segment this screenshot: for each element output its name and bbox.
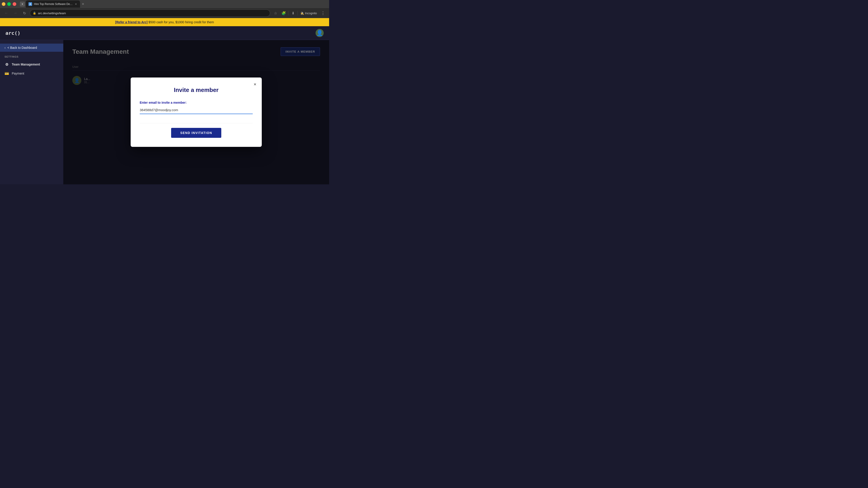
- referral-link[interactable]: [Refer a friend to Arc]: [115, 20, 148, 24]
- incognito-icon: 🕵: [301, 11, 304, 15]
- full-page: – □ × ▾ A Hire Top Remote Software Dev..…: [0, 0, 329, 184]
- team-management-icon: ⚙: [4, 62, 9, 67]
- sidebar-item-team[interactable]: ⚙ Team Management: [0, 60, 63, 69]
- address-input[interactable]: [38, 11, 267, 15]
- lock-icon: 🔒: [33, 11, 36, 15]
- bookmark-button[interactable]: ☆: [272, 9, 279, 17]
- banner-text: $500 cash for you, $1000 hiring credit f…: [148, 20, 214, 24]
- settings-section-label: SETTINGS: [0, 52, 63, 60]
- window-controls: – □ ×: [2, 2, 16, 6]
- main-area: Team Management INVITE A MEMBER User 👤 L…: [63, 40, 329, 184]
- reload-button[interactable]: ↻: [21, 9, 28, 17]
- modal-title: Invite a member: [140, 87, 253, 94]
- address-bar[interactable]: 🔒: [30, 9, 270, 17]
- back-to-dashboard-button[interactable]: ‹ < Back to Dashboard: [0, 43, 63, 52]
- avatar-image: 👤: [316, 30, 323, 36]
- email-input-label: Enter email to invite a member:: [140, 101, 253, 104]
- email-input[interactable]: [140, 106, 253, 114]
- send-invitation-button[interactable]: SEND INVITATION: [171, 128, 221, 138]
- tab-title: Hire Top Remote Software Dev...: [34, 2, 73, 6]
- sidebar-item-payment-label: Payment: [12, 72, 24, 75]
- tab-group-button[interactable]: ▾: [20, 2, 25, 6]
- forward-nav-button[interactable]: →: [12, 9, 19, 17]
- tab-close-button[interactable]: ×: [74, 2, 77, 6]
- modal-close-button[interactable]: ×: [252, 81, 258, 88]
- app-logo: arc(): [5, 30, 20, 36]
- incognito-button[interactable]: 🕵 Incognito: [299, 11, 319, 16]
- browser-tab-active[interactable]: A Hire Top Remote Software Dev... ×: [26, 0, 80, 8]
- new-tab-button[interactable]: +: [80, 1, 86, 7]
- browser-menu-button[interactable]: ⋮: [320, 10, 327, 17]
- app-header: arc() 👤: [0, 26, 329, 40]
- sidebar-item-team-label: Team Management: [12, 63, 40, 66]
- tab-bar: ▾ A Hire Top Remote Software Dev... × +: [20, 0, 86, 8]
- app-body: ‹ < Back to Dashboard SETTINGS ⚙ Team Ma…: [0, 40, 329, 184]
- maximize-button[interactable]: □: [7, 2, 11, 6]
- back-icon: ‹: [4, 46, 6, 50]
- back-nav-button[interactable]: ←: [3, 9, 10, 17]
- sidebar: ‹ < Back to Dashboard SETTINGS ⚙ Team Ma…: [0, 40, 63, 184]
- back-label: < Back to Dashboard: [7, 46, 37, 50]
- toolbar-divider: [288, 11, 288, 15]
- extensions-button[interactable]: 🧩: [280, 9, 287, 17]
- referral-banner[interactable]: [Refer a friend to Arc] $500 cash for yo…: [0, 18, 329, 26]
- download-button[interactable]: ⬇: [289, 9, 297, 17]
- toolbar-actions: ☆ 🧩 ⬇ 🕵 Incognito ⋮: [272, 9, 327, 17]
- browser-titlebar: – □ × ▾ A Hire Top Remote Software Dev..…: [0, 0, 329, 8]
- modal-footer: SEND INVITATION: [140, 123, 253, 138]
- incognito-label: Incognito: [305, 11, 317, 15]
- page-content: [Refer a friend to Arc] $500 cash for yo…: [0, 18, 329, 184]
- sidebar-item-payment[interactable]: 💳 Payment: [0, 69, 63, 78]
- browser-toolbar: ← → ↻ 🔒 ☆ 🧩 ⬇ 🕵 Incognito ⋮: [0, 8, 329, 18]
- tab-favicon: A: [29, 2, 32, 6]
- minimize-button[interactable]: –: [2, 2, 5, 6]
- close-window-button[interactable]: ×: [13, 2, 16, 6]
- browser-chrome: – □ × ▾ A Hire Top Remote Software Dev..…: [0, 0, 329, 18]
- user-avatar[interactable]: 👤: [315, 29, 324, 37]
- modal-overlay[interactable]: × Invite a member Enter email to invite …: [63, 40, 329, 184]
- invite-member-modal: × Invite a member Enter email to invite …: [131, 77, 262, 147]
- payment-icon: 💳: [4, 71, 9, 76]
